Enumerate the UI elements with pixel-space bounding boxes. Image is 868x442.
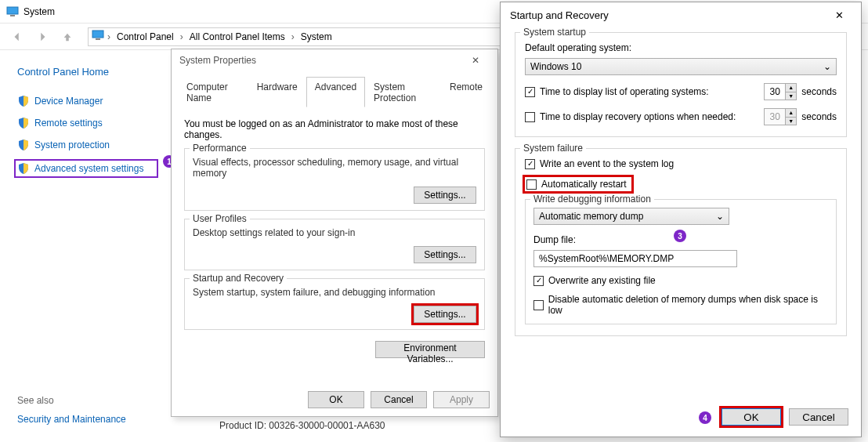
breadcrumb[interactable]: Control Panel	[114, 31, 177, 42]
tab-hardware[interactable]: Hardware	[248, 77, 306, 107]
ok-button[interactable]: OK	[722, 408, 781, 426]
svg-rect-3	[96, 38, 100, 40]
control-panel-home-link[interactable]: Control Panel Home	[17, 66, 157, 78]
see-also-link[interactable]: Security and Maintenance	[17, 414, 126, 425]
group-desc: Desktop settings related to your sign-in	[193, 227, 476, 238]
group-desc: System startup, system failure, and debu…	[193, 287, 476, 298]
sidebar-item-label: Device Manager	[34, 96, 103, 107]
svg-rect-0	[7, 7, 18, 14]
nav-up-button[interactable]	[56, 27, 78, 47]
svg-rect-1	[10, 15, 15, 16]
tab-remote[interactable]: Remote	[441, 77, 491, 107]
sidebar-link-system-protection[interactable]: System protection	[17, 139, 157, 151]
nav-back-button[interactable]	[6, 27, 28, 47]
time-display-list-spinner[interactable]: ▲▼	[764, 83, 797, 100]
group-performance: Performance Visual effects, processor sc…	[184, 148, 485, 211]
group-legend: Startup and Recovery	[190, 273, 287, 284]
dialog-title: Startup and Recovery	[510, 9, 609, 21]
disable-auto-delete-checkbox[interactable]	[533, 300, 544, 310]
checkbox-label: Time to display recovery options when ne…	[540, 111, 759, 122]
close-button[interactable]: ✕	[823, 5, 855, 25]
spinner-value	[765, 109, 785, 125]
breadcrumb[interactable]: All Control Panel Items	[186, 31, 288, 42]
checkbox-label: Write an event to the system log	[540, 158, 674, 169]
default-os-select[interactable]: Windows 10 ⌄	[525, 58, 837, 75]
cancel-button[interactable]: Cancel	[789, 408, 848, 426]
ok-button[interactable]: OK	[308, 391, 364, 408]
group-write-debugging: Write debugging information Automatic me…	[525, 199, 837, 324]
tab-advanced[interactable]: Advanced	[306, 77, 365, 107]
sidebar-link-remote-settings[interactable]: Remote settings	[17, 117, 157, 129]
overwrite-checkbox[interactable]	[533, 276, 544, 286]
chevron-right-icon: ›	[291, 31, 295, 42]
group-legend: System startup	[520, 27, 589, 38]
spinner-down-button[interactable]: ▼	[786, 92, 796, 100]
seconds-label: seconds	[801, 111, 837, 122]
dialog-titlebar: System Properties ✕	[172, 49, 497, 71]
shield-icon	[17, 139, 30, 151]
group-legend: System failure	[520, 143, 586, 154]
default-os-label: Default operating system:	[525, 42, 837, 53]
time-display-recovery-spinner: ▲▼	[764, 108, 797, 125]
system-icon	[6, 5, 19, 18]
nav-forward-button[interactable]	[31, 27, 53, 47]
spinner-up-button[interactable]: ▲	[786, 84, 796, 92]
dump-file-input[interactable]: %SystemRoot%\MEMORY.DMP	[533, 250, 737, 267]
chevron-down-icon: ⌄	[823, 61, 831, 72]
sidebar-item-label: System protection	[34, 139, 110, 150]
tab-system-protection[interactable]: System Protection	[365, 77, 441, 107]
system-icon	[92, 29, 104, 44]
group-legend: Performance	[190, 143, 250, 154]
shield-icon	[17, 117, 30, 129]
startup-recovery-settings-button[interactable]: Settings...	[414, 306, 476, 323]
see-also-heading: See also	[17, 395, 126, 406]
group-desc: Visual effects, processor scheduling, me…	[193, 157, 476, 179]
chevron-right-icon: ›	[107, 31, 110, 42]
select-value: Windows 10	[530, 61, 581, 72]
window-title: System	[24, 6, 55, 17]
write-event-checkbox[interactable]	[525, 159, 535, 169]
input-value: %SystemRoot%\MEMORY.DMP	[539, 253, 674, 264]
sidebar-link-device-manager[interactable]: Device Manager	[17, 95, 157, 107]
chevron-right-icon: ›	[180, 31, 183, 42]
checkbox-label: Time to display list of operating system…	[540, 86, 759, 97]
apply-button[interactable]: Apply	[433, 391, 490, 408]
checkbox-label: Automatically restart	[541, 179, 627, 190]
group-legend: User Profiles	[190, 213, 250, 224]
environment-variables-button[interactable]: Environment Variables...	[375, 341, 485, 358]
product-id: Product ID: 00326-30000-00001-AA630	[219, 420, 385, 431]
close-button[interactable]: ✕	[461, 53, 490, 68]
shield-icon	[17, 95, 30, 107]
select-value: Automatic memory dump	[539, 211, 643, 222]
cancel-button[interactable]: Cancel	[371, 391, 427, 408]
tab-computer-name[interactable]: Computer Name	[178, 77, 248, 107]
automatically-restart-checkbox[interactable]	[526, 179, 537, 190]
time-display-recovery-checkbox[interactable]	[525, 112, 535, 122]
group-user-profiles: User Profiles Desktop settings related t…	[184, 219, 485, 270]
annotation-badge-4: 4	[699, 411, 711, 424]
seconds-label: seconds	[801, 86, 837, 97]
svg-rect-2	[92, 31, 103, 38]
sidebar-item-label: Advanced system settings	[34, 163, 143, 174]
group-system-failure: System failure Write an event to the sys…	[515, 148, 847, 336]
performance-settings-button[interactable]: Settings...	[414, 187, 476, 204]
dialog-title: System Properties	[179, 55, 256, 66]
breadcrumb[interactable]: System	[298, 31, 335, 42]
annotation-badge-3: 3	[674, 230, 686, 242]
spinner-value[interactable]	[765, 84, 785, 100]
spinner-up-button: ▲	[786, 109, 796, 118]
system-properties-dialog: System Properties ✕ Computer Name Hardwa…	[171, 49, 498, 417]
tab-strip: Computer Name Hardware Advanced System P…	[178, 76, 491, 107]
dialog-titlebar: Startup and Recovery ✕	[501, 2, 861, 27]
user-profiles-settings-button[interactable]: Settings...	[414, 246, 476, 263]
checkbox-label: Disable automatic deletion of memory dum…	[548, 294, 828, 316]
sidebar-item-label: Remote settings	[34, 118, 103, 129]
group-startup-recovery: Startup and Recovery System startup, sys…	[184, 278, 485, 330]
admin-note: You must be logged on as an Administrato…	[184, 118, 485, 140]
sidebar-link-advanced-system-settings[interactable]: Advanced system settings	[16, 161, 157, 176]
debug-info-select[interactable]: Automatic memory dump ⌄	[533, 208, 729, 225]
control-panel-sidebar: Control Panel Home Device Manager Remote…	[0, 50, 157, 186]
spinner-down-button: ▼	[786, 118, 796, 125]
time-display-list-checkbox[interactable]	[525, 87, 535, 97]
chevron-down-icon: ⌄	[716, 211, 724, 222]
